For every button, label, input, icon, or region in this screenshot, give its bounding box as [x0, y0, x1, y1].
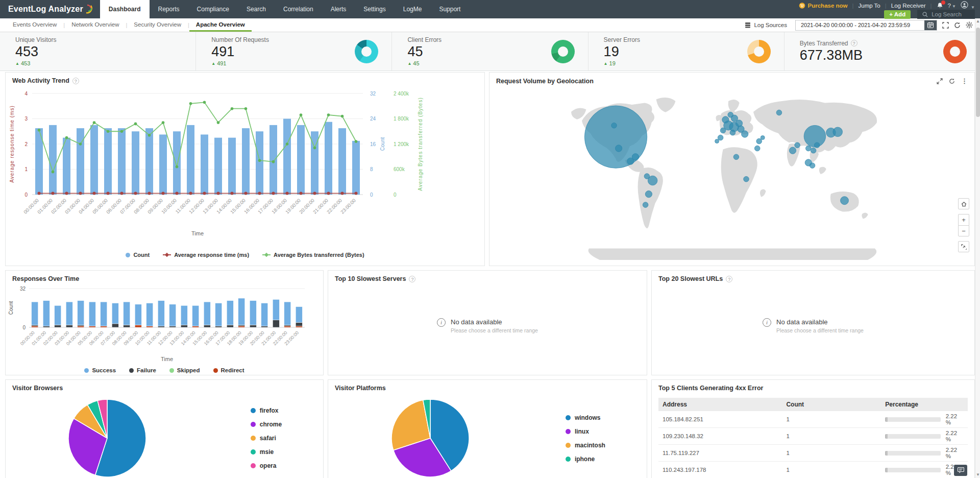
stacked-bar-segment — [181, 305, 187, 325]
stacked-bar-segment — [78, 326, 84, 327]
panel-refresh-button[interactable] — [949, 78, 955, 84]
map-home-button[interactable] — [958, 198, 969, 209]
notifications-button[interactable] — [937, 2, 943, 9]
geo-bubble[interactable] — [814, 142, 820, 148]
map-zoom-in-button[interactable]: + — [958, 214, 969, 225]
geo-bubble[interactable] — [720, 128, 726, 133]
legend-item-failure[interactable]: Failure — [129, 367, 156, 373]
overview-tab-events-overview[interactable]: Events Overview — [6, 18, 63, 32]
help-icon[interactable]: ? — [851, 40, 857, 46]
geo-bubble[interactable] — [776, 110, 782, 115]
settings-button[interactable] — [966, 21, 973, 29]
jump-to-link[interactable]: Jump To — [859, 3, 880, 9]
legend-item-count[interactable]: Count — [126, 252, 150, 258]
date-range-picker[interactable]: 2021-04-20 00:00:00 - 2021-04-20 23:59:5… — [795, 20, 937, 31]
nav-tab-correlation[interactable]: Correlation — [275, 0, 322, 18]
stacked-bar-segment — [66, 325, 72, 327]
percentage-bar — [885, 417, 940, 422]
geo-bubble[interactable] — [789, 147, 796, 154]
nav-tab-alerts[interactable]: Alerts — [322, 0, 355, 18]
geo-bubble[interactable] — [645, 190, 652, 197]
log-receiver-link[interactable]: Log Receiver — [891, 3, 926, 9]
scroll-up-arrow[interactable]: ▲ — [975, 18, 980, 25]
geo-bubble[interactable] — [795, 142, 800, 148]
page-scrollbar[interactable]: ▲ ▼ — [975, 18, 980, 478]
geo-bubble[interactable] — [715, 139, 719, 144]
geo-bubble[interactable] — [805, 146, 811, 151]
clients-4xx-panel: Top 5 Clients Generating 4xx Error Addre… — [651, 379, 975, 478]
svg-text:0: 0 — [24, 192, 28, 198]
legend-item-firefox[interactable]: firefox — [251, 407, 282, 414]
stat-value: 677.38MB — [800, 48, 863, 63]
geo-bubble[interactable] — [744, 176, 749, 182]
geo-bubble[interactable] — [730, 130, 736, 135]
address-cell: 105.184.82.251 — [658, 411, 782, 428]
log-sources-button[interactable]: Log Sources — [742, 21, 790, 29]
legend-item-windows[interactable]: windows — [566, 414, 605, 421]
overview-tab-apache-overview[interactable]: Apache Overview — [189, 18, 252, 32]
geo-bubble[interactable] — [611, 123, 617, 128]
calendar-button[interactable] — [924, 20, 937, 30]
nav-tab-settings[interactable]: Settings — [355, 0, 394, 18]
help-icon[interactable]: ? — [409, 276, 415, 282]
fullscreen-button[interactable] — [942, 22, 949, 29]
map-select-region-button[interactable] — [958, 241, 969, 252]
legend-item-iphone[interactable]: iphone — [566, 456, 605, 463]
legend-item-average-response-time-ms-[interactable]: Average response time (ms) — [163, 252, 249, 258]
chat-support-button[interactable] — [954, 465, 967, 476]
nav-tab-search[interactable]: Search — [238, 0, 275, 18]
count-bar — [159, 134, 167, 195]
stacked-bar-segment — [238, 298, 245, 325]
nav-tab-dashboard[interactable]: Dashboard — [100, 0, 150, 18]
legend-item-opera[interactable]: opera — [251, 462, 282, 469]
geo-bubble[interactable] — [833, 127, 843, 137]
geo-bubble[interactable] — [761, 136, 765, 140]
expand-icon — [942, 22, 949, 29]
help-icon[interactable]: ? — [726, 276, 732, 282]
geo-bubble[interactable] — [615, 145, 622, 152]
geo-bubble[interactable] — [718, 135, 723, 140]
geo-bubble[interactable] — [733, 154, 739, 160]
geo-bubble[interactable] — [841, 197, 849, 205]
geo-bubble[interactable] — [810, 163, 815, 169]
help-icon[interactable]: ? — [72, 78, 79, 84]
overview-tab-security-overview[interactable]: Security Overview — [127, 18, 188, 32]
legend-item-skipped[interactable]: Skipped — [169, 367, 200, 373]
nav-tab-logme[interactable]: LogMe — [395, 0, 431, 18]
map-zoom-out-button[interactable]: − — [958, 225, 969, 236]
stacked-bar-segment — [101, 326, 107, 327]
legend-item-success[interactable]: Success — [84, 367, 116, 373]
add-button[interactable]: + Add — [884, 10, 911, 19]
scrollbar-thumb[interactable] — [976, 28, 980, 117]
geo-bubble[interactable] — [643, 202, 648, 208]
stat-donut-chart — [551, 40, 575, 63]
user-menu[interactable]: ▼ — [961, 1, 975, 10]
legend-item-average-bytes-transferred-bytes-[interactable]: Average Bytes transferred (Bytes) — [262, 252, 364, 258]
legend-item-redirect[interactable]: Redirect — [213, 367, 244, 373]
count-bar — [145, 128, 153, 195]
nav-tab-compliance[interactable]: Compliance — [188, 0, 238, 18]
panel-menu-button[interactable]: ⋮ — [961, 77, 968, 85]
purchase-now-link[interactable]: Purchase now — [799, 3, 848, 9]
panel-expand-button[interactable] — [937, 78, 943, 84]
geo-bubble[interactable] — [644, 174, 650, 179]
nav-tab-support[interactable]: Support — [430, 0, 469, 18]
scroll-down-arrow[interactable]: ▼ — [975, 472, 980, 478]
legend-item-linux[interactable]: linux — [566, 428, 605, 435]
legend-item-chrome[interactable]: chrome — [251, 421, 282, 428]
legend-item-msie[interactable]: msie — [251, 448, 282, 456]
legend-item-safari[interactable]: safari — [251, 435, 282, 442]
geo-bubble[interactable] — [811, 148, 816, 153]
refresh-button[interactable] — [954, 22, 961, 29]
response-point — [93, 192, 96, 195]
help-menu[interactable]: ?▼ — [948, 3, 956, 9]
geo-bubble[interactable] — [756, 138, 762, 144]
geo-bubble[interactable] — [742, 131, 748, 137]
geo-bubble[interactable] — [754, 146, 760, 151]
count-bar — [283, 119, 291, 195]
nav-tab-reports[interactable]: Reports — [150, 0, 188, 18]
overview-tab-network-overview[interactable]: Network Overview — [65, 18, 126, 32]
legend-item-macintosh[interactable]: macintosh — [566, 442, 605, 449]
log-search-button[interactable]: Log Search — [917, 10, 975, 19]
geo-bubble[interactable] — [632, 154, 639, 160]
